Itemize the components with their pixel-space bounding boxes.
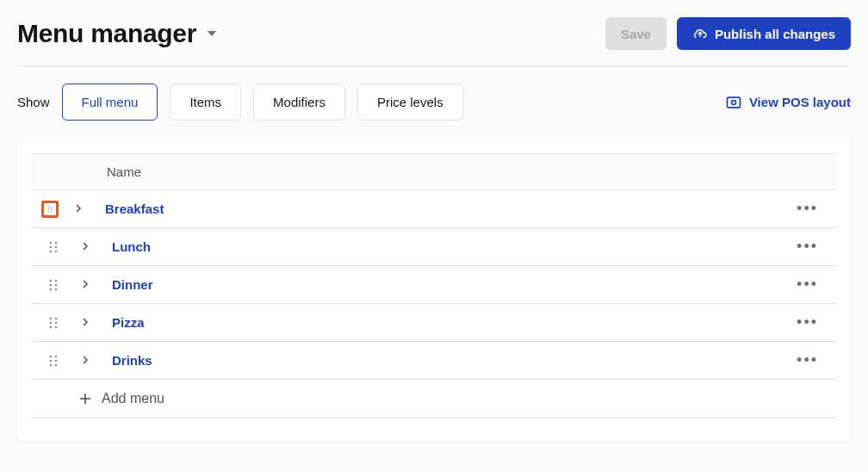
- more-actions-icon[interactable]: •••: [791, 313, 823, 332]
- more-actions-icon[interactable]: •••: [791, 238, 823, 256]
- filter-left: Show Full menuItemsModifiersPrice levels: [17, 84, 463, 121]
- filter-tab-price-levels[interactable]: Price levels: [357, 84, 463, 121]
- chevron-right-icon[interactable]: [79, 278, 93, 292]
- view-pos-layout-link[interactable]: View POS layout: [725, 94, 851, 111]
- filter-tabs: Full menuItemsModifiersPrice levels: [62, 84, 463, 121]
- svg-point-30: [50, 363, 53, 366]
- svg-point-25: [55, 325, 58, 328]
- svg-point-15: [55, 279, 58, 282]
- filter-bar: Show Full menuItemsModifiersPrice levels…: [17, 84, 851, 121]
- svg-point-29: [55, 359, 58, 362]
- more-actions-icon[interactable]: •••: [791, 200, 823, 218]
- drag-handle-icon[interactable]: [45, 239, 62, 256]
- svg-point-11: [55, 245, 58, 248]
- svg-point-5: [51, 208, 52, 209]
- add-menu-row[interactable]: Add menu: [31, 380, 837, 418]
- plus-icon: [79, 393, 91, 405]
- svg-point-12: [50, 250, 53, 252]
- svg-point-23: [55, 321, 58, 324]
- svg-point-16: [50, 283, 53, 286]
- svg-point-14: [50, 279, 53, 282]
- title-wrap: Menu manager: [17, 19, 217, 48]
- menu-name-link[interactable]: Pizza: [112, 315, 145, 330]
- svg-point-26: [50, 355, 53, 357]
- chevron-right-icon[interactable]: [79, 354, 93, 368]
- header-actions: Save Publish all changes: [605, 17, 851, 50]
- page-title: Menu manager: [17, 19, 196, 48]
- svg-point-10: [50, 245, 53, 248]
- publish-button[interactable]: Publish all changes: [677, 17, 851, 50]
- menu-table: Name Breakfast•••Lunch•••Dinner•••Pizza•…: [31, 153, 837, 418]
- menu-name-link[interactable]: Drinks: [112, 353, 152, 368]
- chevron-right-icon[interactable]: [79, 240, 93, 254]
- svg-point-9: [55, 241, 58, 244]
- column-header-name: Name: [107, 164, 141, 179]
- filter-tab-modifiers[interactable]: Modifiers: [253, 84, 345, 121]
- menu-name-link[interactable]: Dinner: [112, 277, 153, 292]
- more-actions-icon[interactable]: •••: [791, 276, 823, 294]
- add-menu-label: Add menu: [102, 391, 164, 406]
- svg-point-2: [48, 206, 49, 207]
- table-row: Drinks•••: [31, 342, 837, 380]
- svg-point-21: [55, 317, 58, 319]
- chevron-right-icon[interactable]: [79, 316, 93, 330]
- view-pos-label: View POS layout: [749, 95, 851, 109]
- svg-point-8: [50, 241, 53, 244]
- table-row: Pizza•••: [31, 304, 837, 342]
- content-card: Name Breakfast•••Lunch•••Dinner•••Pizza•…: [17, 139, 851, 441]
- svg-point-31: [55, 363, 58, 366]
- svg-point-20: [50, 317, 53, 319]
- drag-handle-icon[interactable]: [41, 201, 59, 218]
- svg-point-1: [731, 100, 735, 104]
- table-row: Dinner•••: [31, 266, 837, 304]
- cloud-upload-icon: [692, 26, 708, 41]
- save-button: Save: [605, 17, 666, 50]
- chevron-right-icon[interactable]: [72, 202, 86, 216]
- svg-rect-0: [727, 97, 740, 108]
- table-row: Lunch•••: [31, 228, 837, 266]
- svg-point-22: [50, 321, 53, 324]
- filter-tab-items[interactable]: Items: [170, 84, 241, 121]
- page-header: Menu manager Save Publish all changes: [17, 17, 851, 66]
- svg-point-13: [55, 250, 58, 252]
- svg-point-19: [55, 288, 58, 290]
- filter-tab-full-menu[interactable]: Full menu: [62, 84, 158, 121]
- title-dropdown-caret-icon[interactable]: [207, 29, 217, 38]
- menu-name-link[interactable]: Lunch: [112, 239, 151, 254]
- more-actions-icon[interactable]: •••: [791, 351, 823, 369]
- svg-point-6: [48, 210, 49, 211]
- show-label: Show: [17, 95, 50, 109]
- drag-handle-icon[interactable]: [45, 314, 62, 332]
- drag-handle-icon[interactable]: [45, 352, 62, 369]
- drag-handle-icon[interactable]: [45, 276, 62, 294]
- svg-point-7: [51, 210, 52, 211]
- view-pos-icon: [725, 94, 742, 111]
- menu-name-link[interactable]: Breakfast: [105, 201, 164, 216]
- svg-point-17: [55, 283, 58, 286]
- svg-point-28: [50, 359, 53, 362]
- svg-point-3: [51, 206, 52, 207]
- table-header: Name: [31, 153, 837, 190]
- table-row: Breakfast•••: [31, 190, 837, 228]
- table-body: Breakfast•••Lunch•••Dinner•••Pizza•••Dri…: [31, 190, 837, 380]
- svg-point-24: [50, 325, 53, 328]
- svg-point-18: [50, 288, 53, 290]
- svg-point-4: [48, 208, 49, 209]
- svg-point-27: [55, 355, 58, 357]
- publish-button-label: Publish all changes: [715, 27, 835, 41]
